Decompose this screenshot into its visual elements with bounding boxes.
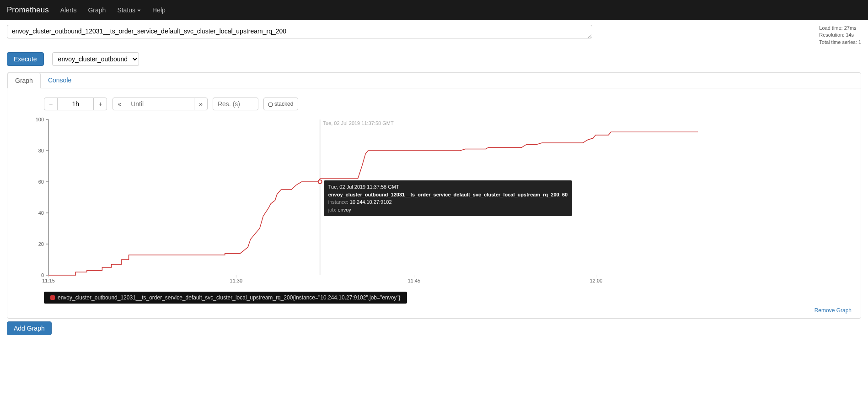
remove-graph-link[interactable]: Remove Graph bbox=[814, 307, 852, 314]
svg-text:11:30: 11:30 bbox=[230, 278, 243, 283]
chart[interactable]: 02040608010011:1511:3011:4512:00Tue, 02 … bbox=[16, 117, 852, 286]
time-left-button[interactable]: « bbox=[113, 98, 126, 110]
stacked-label: stacked bbox=[274, 101, 293, 107]
range-input[interactable] bbox=[57, 98, 94, 110]
nav-graph[interactable]: Graph bbox=[88, 6, 106, 14]
metric-select[interactable]: envoy_cluster_outbound_ bbox=[52, 52, 139, 66]
svg-text:80: 80 bbox=[38, 148, 44, 153]
svg-text:20: 20 bbox=[38, 241, 44, 247]
svg-text:Tue, 02 Jul 2019 11:37:58 GMT: Tue, 02 Jul 2019 11:37:58 GMT bbox=[323, 120, 394, 126]
legend-swatch bbox=[50, 295, 55, 300]
nav-alerts[interactable]: Alerts bbox=[60, 6, 77, 14]
tab-graph[interactable]: Graph bbox=[7, 73, 41, 88]
add-graph-button[interactable]: Add Graph bbox=[7, 321, 52, 335]
load-info: Load time: 27ms Resolution: 14s Total ti… bbox=[801, 25, 861, 46]
svg-point-23 bbox=[318, 180, 322, 184]
navbar-brand: Prometheus bbox=[7, 5, 49, 15]
nav-status-label: Status bbox=[117, 6, 135, 14]
tab-console[interactable]: Console bbox=[41, 73, 79, 88]
time-right-button[interactable]: » bbox=[194, 98, 208, 110]
navbar: Prometheus Alerts Graph Status Help bbox=[0, 0, 868, 20]
execute-button[interactable]: Execute bbox=[7, 52, 44, 66]
range-minus-button[interactable]: − bbox=[44, 98, 58, 110]
resolution: Resolution: 14s bbox=[819, 32, 861, 38]
square-icon bbox=[268, 103, 273, 107]
range-plus-button[interactable]: + bbox=[93, 98, 107, 110]
chevron-down-icon bbox=[137, 10, 141, 11]
svg-text:12:00: 12:00 bbox=[590, 278, 603, 283]
svg-text:11:45: 11:45 bbox=[408, 278, 421, 283]
legend-label: envoy_cluster_outbound_12031__ts_order_s… bbox=[58, 294, 401, 301]
graph-toolbar: − + « » stacked bbox=[44, 98, 852, 110]
svg-text:60: 60 bbox=[38, 179, 44, 185]
resolution-input[interactable] bbox=[213, 98, 258, 110]
legend[interactable]: envoy_cluster_outbound_12031__ts_order_s… bbox=[44, 292, 407, 304]
svg-text:0: 0 bbox=[41, 272, 44, 278]
stacked-toggle[interactable]: stacked bbox=[263, 98, 298, 110]
nav-help[interactable]: Help bbox=[152, 6, 166, 14]
tab-headers: Graph Console bbox=[7, 73, 861, 88]
expression-input[interactable]: envoy_cluster_outbound_12031__ts_order_s… bbox=[7, 25, 592, 38]
total-series: Total time series: 1 bbox=[819, 39, 861, 46]
load-time: Load time: 27ms bbox=[819, 25, 861, 32]
svg-text:100: 100 bbox=[36, 117, 44, 122]
nav-status[interactable]: Status bbox=[117, 6, 141, 14]
until-input[interactable] bbox=[126, 98, 194, 110]
svg-text:11:15: 11:15 bbox=[42, 278, 55, 283]
svg-text:40: 40 bbox=[38, 210, 44, 216]
chart-tooltip: Tue, 02 Jul 2019 11:37:58 GMTenvoy_clust… bbox=[324, 180, 572, 216]
